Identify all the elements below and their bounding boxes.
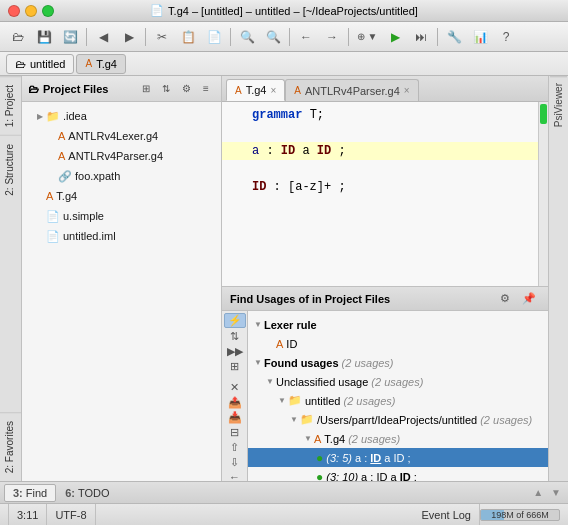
- project-icon: 🗁: [28, 83, 39, 95]
- bottom-tab-todo[interactable]: 6: TODO: [56, 484, 118, 502]
- code-line-5: ID : [a-z]+ ;: [222, 178, 538, 196]
- redo-button[interactable]: →: [320, 26, 344, 48]
- code-line-3: a : ID a ID ;: [222, 142, 538, 160]
- tree-label-usimple: u.simple: [63, 210, 104, 222]
- result-found-usages[interactable]: ▼ Found usages (2 usages): [248, 353, 548, 372]
- sidebar-item-project[interactable]: 1: Project: [0, 76, 21, 135]
- cut-button[interactable]: ✂: [150, 26, 174, 48]
- run-config-button[interactable]: ⊕ ▼: [353, 26, 381, 48]
- tree-item-tg4[interactable]: A T.g4: [22, 186, 221, 206]
- result-tg4-file[interactable]: ▼ A T.g4 (2 usages): [248, 429, 548, 448]
- copy-button[interactable]: 📋: [176, 26, 200, 48]
- tree-label-iml: untitled.iml: [63, 230, 116, 242]
- find-left-toolbar: ⚡ ⇅ ▶▶ ⊞ ✕ 📤 📥 ⊟ ⇧ ⇩ ← →: [222, 311, 248, 481]
- status-position[interactable]: 3:11: [8, 504, 47, 525]
- arrow-path: ▼: [288, 415, 300, 424]
- back-button[interactable]: ◀: [91, 26, 115, 48]
- antlr-icon-tg4: A: [46, 190, 53, 202]
- expand-all-button[interactable]: ⇅: [157, 80, 175, 98]
- tab-antlr-icon: A: [235, 85, 242, 96]
- settings-gear-button[interactable]: ⚙: [177, 80, 195, 98]
- tree-item-lexer[interactable]: A ANTLRv4Lexer.g4: [22, 126, 221, 146]
- find-settings-button[interactable]: ⚙: [494, 289, 516, 309]
- close-button[interactable]: [8, 5, 20, 17]
- breadcrumb-untitled[interactable]: 🗁 untitled: [6, 54, 74, 74]
- antlr-icon-tg4-result: A: [314, 433, 321, 445]
- structure-button[interactable]: 📊: [468, 26, 492, 48]
- scrollbar-thumb: [540, 104, 547, 124]
- find-group-button[interactable]: ⊟: [224, 426, 246, 439]
- maximize-button[interactable]: [42, 5, 54, 17]
- find-tab-label: Find: [26, 487, 47, 499]
- paste-button[interactable]: 📄: [202, 26, 226, 48]
- find-button[interactable]: 🔍: [235, 26, 259, 48]
- result-untitled-folder[interactable]: ▼ 📁 untitled (2 usages): [248, 391, 548, 410]
- result-usage-1[interactable]: ● (3: 5) a : ID a ID ;: [248, 448, 548, 467]
- find-expand-button[interactable]: ⊞: [224, 360, 246, 373]
- undo-button[interactable]: ←: [294, 26, 318, 48]
- status-encoding[interactable]: UTF-8: [47, 504, 95, 525]
- psiviewer-tab[interactable]: PsiViewer: [550, 76, 567, 133]
- tree-label-idea: .idea: [63, 110, 87, 122]
- editor-tab-antlrparser[interactable]: A ANTLRv4Parser.g4 ×: [285, 79, 418, 101]
- debug-button[interactable]: ⏭: [409, 26, 433, 48]
- result-lexer-rule[interactable]: ▼ Lexer rule: [248, 315, 548, 334]
- xml-icon-foo: 🔗: [58, 170, 72, 183]
- editor-scrollbar[interactable]: [538, 102, 548, 286]
- status-event-log[interactable]: Event Log: [413, 504, 480, 525]
- tree-item-parser[interactable]: A ANTLRv4Parser.g4: [22, 146, 221, 166]
- breadcrumb-bar: 🗁 untitled A T.g4: [0, 52, 568, 76]
- main-toolbar: 🗁 💾 🔄 ◀ ▶ ✂ 📋 📄 🔍 🔍 ← → ⊕ ▼ ▶ ⏭ 🔧 📊 ?: [0, 22, 568, 52]
- bottom-tab-find[interactable]: 3: Find: [4, 484, 56, 502]
- id-rule-icon: A: [276, 338, 283, 350]
- replace-button[interactable]: 🔍: [261, 26, 285, 48]
- filter-button[interactable]: ≡: [197, 80, 215, 98]
- result-untitled-count: (2 usages): [343, 395, 395, 407]
- tree-item-usimple[interactable]: 📄 u.simple: [22, 206, 221, 226]
- tab-close-parser[interactable]: ×: [404, 85, 410, 96]
- save-button[interactable]: 💾: [32, 26, 56, 48]
- status-memory[interactable]: 198M of 666M: [480, 509, 560, 521]
- tree-item-iml[interactable]: 📄 untitled.iml: [22, 226, 221, 246]
- result-path-label: /Users/parrt/IdeaProjects/untitled: [317, 414, 477, 426]
- find-next-button[interactable]: ▶▶: [224, 345, 246, 358]
- expand-down-btn[interactable]: ▼: [548, 487, 564, 498]
- antlr-icon-lexer: A: [58, 130, 65, 142]
- find-usages-header: Find Usages of in Project Files ⚙ 📌: [222, 287, 548, 311]
- find-filter-button[interactable]: ⚡: [224, 313, 246, 328]
- breadcrumb-untitled-label: untitled: [30, 58, 65, 70]
- tree-item-fooxpath[interactable]: 🔗 foo.xpath: [22, 166, 221, 186]
- help-button[interactable]: ?: [494, 26, 518, 48]
- find-export-button[interactable]: 📤: [224, 396, 246, 409]
- find-close-button[interactable]: ✕: [224, 381, 246, 394]
- sidebar-item-structure[interactable]: 2: Structure: [0, 135, 21, 204]
- breadcrumb-tg4[interactable]: A T.g4: [76, 54, 125, 74]
- editor-content[interactable]: grammar T; a : ID: [222, 102, 538, 286]
- sync-button[interactable]: 🔄: [58, 26, 82, 48]
- find-pin-button[interactable]: 📌: [518, 289, 540, 309]
- new-file-button[interactable]: 🗁: [6, 26, 30, 48]
- find-down-button[interactable]: ⇩: [224, 456, 246, 469]
- find-import-button[interactable]: 📥: [224, 411, 246, 424]
- editor-tab-tg4[interactable]: A T.g4 ×: [226, 79, 285, 101]
- settings-button[interactable]: 🔧: [442, 26, 466, 48]
- result-unclassified[interactable]: ▼ Unclassified usage (2 usages): [248, 372, 548, 391]
- result-path-folder[interactable]: ▼ 📁 /Users/parrt/IdeaProjects/untitled (…: [248, 410, 548, 429]
- minimize-button[interactable]: [25, 5, 37, 17]
- result-id-rule[interactable]: A ID: [248, 334, 548, 353]
- result-usage-2[interactable]: ● (3: 10) a : ID a ID ;: [248, 467, 548, 481]
- find-left-button[interactable]: ←: [224, 471, 246, 481]
- tree-label-foo: foo.xpath: [75, 170, 120, 182]
- forward-button[interactable]: ▶: [117, 26, 141, 48]
- result-label-lexer: Lexer rule: [264, 319, 317, 331]
- tab-close-tg4[interactable]: ×: [270, 85, 276, 96]
- todo-tab-num: 6:: [65, 487, 75, 499]
- collapse-all-button[interactable]: ⊞: [137, 80, 155, 98]
- find-toggle-button[interactable]: ⇅: [224, 330, 246, 343]
- expand-up-btn[interactable]: ▲: [530, 487, 546, 498]
- run-button[interactable]: ▶: [383, 26, 407, 48]
- tree-item-idea[interactable]: ▶ 📁 .idea: [22, 106, 221, 126]
- sidebar-item-favorites[interactable]: 2: Favorites: [0, 412, 21, 481]
- find-sort-button[interactable]: ⇧: [224, 441, 246, 454]
- editor-tab-tg4-label: T.g4: [246, 84, 267, 96]
